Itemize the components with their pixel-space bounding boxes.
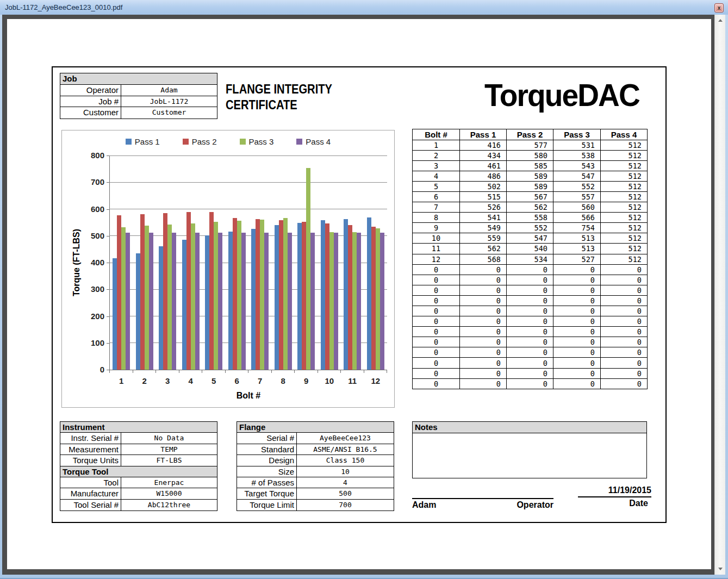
table-row: 6515567557512 (413, 191, 648, 202)
torque-value-cell: 0 (601, 264, 648, 275)
bar-group-bolt-9 (295, 155, 318, 370)
table-row: 00000 (413, 378, 648, 389)
certificate-title-line2: CERTIFICATE (226, 97, 332, 113)
torque-value-cell: 512 (601, 254, 648, 264)
table-row: 12568534527512 (413, 254, 648, 264)
scroll-down-icon[interactable] (718, 568, 723, 570)
kv-row: DesignClass 150 (237, 455, 394, 466)
torque-value-cell: 0 (601, 327, 648, 337)
torque-value-cell: 416 (460, 140, 507, 150)
torque-value-cell: 0 (553, 347, 601, 358)
bar-pass-4-bolt-10 (334, 233, 338, 370)
certificate-title: FLANGE INTEGRITY CERTIFICATE (226, 81, 332, 113)
field-value: AbC12three (121, 500, 217, 510)
bar-pass-4-bolt-3 (172, 233, 176, 370)
torque-value-cell: 552 (553, 181, 601, 191)
bar-pass-1-bolt-11 (344, 219, 348, 370)
bar-pass-2-bolt-5 (209, 212, 214, 370)
bolt-number-cell: 0 (413, 275, 460, 285)
close-icon[interactable]: x (714, 3, 724, 13)
torque-value-cell: 486 (460, 171, 507, 181)
torquedac-logo: TorqueDAC (484, 77, 639, 113)
torque-value-cell: 512 (601, 181, 648, 191)
bar-pass-1-bolt-10 (321, 220, 325, 370)
table-row: 5502589552512 (413, 181, 648, 191)
section-header-notes: Notes (413, 422, 646, 433)
date-block: 11/19/2015 Date (578, 485, 651, 508)
bar-group-bolt-6 (226, 155, 249, 370)
torque-value-cell: 0 (553, 327, 601, 337)
bar-pass-4-bolt-6 (241, 233, 246, 370)
bar-pass-3-bolt-6 (237, 221, 241, 370)
torque-value-cell: 0 (601, 337, 648, 347)
table-row: 00000 (413, 275, 648, 285)
window-title: JobL-1172_AyeBeeCee123_0010.pdf (5, 3, 122, 11)
torque-value-cell: 0 (553, 337, 601, 347)
legend-swatch-icon (183, 139, 189, 145)
section-header-job: Job (60, 73, 217, 85)
signature-name: Adam (412, 500, 436, 510)
x-tick-label: 3 (156, 376, 179, 385)
table-row: 00000 (413, 316, 648, 327)
y-tick (107, 263, 109, 263)
bar-group-bolt-12 (364, 155, 388, 370)
legend-label: Pass 2 (192, 137, 217, 146)
torque-value-cell: 0 (507, 264, 553, 275)
torque-value-cell: 577 (507, 140, 553, 150)
field-value: Adam (121, 85, 217, 96)
bolt-number-cell: 7 (413, 202, 460, 213)
torque-value-cell: 461 (460, 160, 507, 171)
torque-value-cell: 0 (601, 368, 648, 378)
x-tick (364, 370, 364, 373)
bar-pass-2-bolt-10 (325, 223, 329, 370)
x-tick (109, 370, 110, 373)
column-header: Pass 2 (507, 129, 553, 140)
kv-row: Instr. Serial #No Data (60, 433, 217, 444)
results-header-row: Bolt #Pass 1Pass 2Pass 3Pass 4 (413, 129, 648, 140)
torque-value-cell: 540 (507, 244, 553, 254)
x-tick (271, 370, 272, 373)
y-tick-label: 700 (62, 177, 104, 186)
torque-value-cell: 531 (553, 140, 601, 150)
field-value: Class 150 (297, 455, 394, 465)
bar-pass-3-bolt-5 (214, 222, 218, 370)
x-tick (133, 370, 133, 373)
bar-pass-3-bolt-12 (376, 228, 380, 370)
window-titlebar[interactable]: JobL-1172_AyeBeeCee123_0010.pdf x (0, 0, 728, 15)
bolt-number-cell: 11 (413, 244, 460, 254)
kv-row: StandardASME/ANSI B16.5 (237, 444, 394, 455)
section-header-torque-tool: Torque Tool (60, 466, 217, 477)
field-label: # of Passes (237, 477, 297, 488)
scroll-up-icon[interactable] (718, 19, 723, 22)
torque-value-cell: 568 (460, 254, 507, 264)
column-header: Pass 1 (460, 129, 507, 140)
torque-value-cell: 0 (601, 347, 648, 358)
bolt-number-cell: 3 (413, 160, 460, 171)
torque-value-cell: 512 (601, 233, 648, 244)
x-tick-label: 6 (226, 376, 249, 385)
bolt-number-cell: 0 (413, 295, 460, 306)
y-tick-label: 100 (62, 338, 104, 347)
bolt-number-cell: 1 (413, 140, 460, 150)
bar-pass-4-bolt-5 (218, 233, 222, 370)
legend-label: Pass 3 (249, 137, 274, 146)
field-label: Torque Units (60, 455, 121, 465)
table-row: 1416577531512 (413, 140, 648, 150)
torque-value-cell: 0 (507, 368, 553, 378)
vertical-scrollbar[interactable] (714, 15, 725, 575)
kv-row: Torque UnitsFT-LBS (60, 455, 217, 466)
table-row: 00000 (413, 368, 648, 378)
torque-chart: Pass 1Pass 2Pass 3Pass 4 Torque (FT-LBS)… (61, 130, 395, 408)
torque-value-cell: 0 (553, 368, 601, 378)
y-tick-label: 300 (62, 284, 104, 294)
table-row: 2434580538512 (413, 150, 648, 160)
torque-value-cell: 534 (507, 254, 553, 264)
bolt-number-cell: 4 (413, 171, 460, 181)
x-tick (340, 370, 341, 373)
torque-value-cell: 0 (553, 378, 601, 389)
bar-pass-2-bolt-6 (233, 218, 237, 370)
torque-value-cell: 580 (507, 150, 553, 160)
bar-pass-1-bolt-3 (159, 246, 163, 370)
table-row: 10559547513512 (413, 233, 648, 244)
field-label: Design (237, 455, 297, 465)
